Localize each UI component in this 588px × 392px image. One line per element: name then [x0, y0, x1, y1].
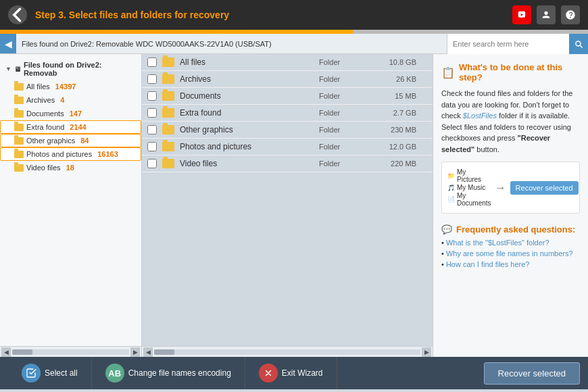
file-checkbox[interactable]	[147, 57, 157, 67]
file-size: 220 MB	[373, 160, 427, 168]
youtube-icon[interactable]	[512, 5, 531, 24]
encoding-button[interactable]: AB Change file names encoding	[92, 357, 245, 389]
right-panel: 📋 What's to be done at this step? Check …	[433, 54, 588, 357]
folder-icon	[162, 91, 174, 101]
sidebar-item-archives[interactable]: Archives 4	[0, 93, 141, 107]
file-size: 2.7 GB	[373, 109, 427, 117]
table-row: Archives Folder 26 KB	[142, 71, 433, 88]
folder-icon	[162, 57, 174, 67]
sidebar-item-count: 14397	[55, 82, 76, 91]
panel-text-2: folder if it is available. Select files …	[441, 112, 571, 142]
demo-file-2: 🎵 My Music	[447, 184, 491, 191]
exit-label: Exit Wizard	[282, 368, 323, 378]
tree-root-label: Files found on Drive2: Removab	[24, 61, 136, 77]
file-name: Video files	[180, 159, 319, 168]
file-checkbox[interactable]	[147, 125, 157, 134]
select-all-button[interactable]: Select all	[8, 357, 92, 389]
tree-root[interactable]: ▼ 🖥 Files found on Drive2: Removab	[0, 58, 141, 80]
file-size: 10.8 GB	[373, 58, 427, 66]
file-size: 12.0 GB	[373, 143, 427, 151]
faq-item[interactable]: What is the "$LostFiles" folder?	[441, 239, 580, 247]
faq-section: 💬 Frequently asked questions: What is th…	[441, 224, 580, 268]
back-button[interactable]	[8, 5, 27, 24]
sidebar-item-count: 4	[60, 96, 64, 104]
sidebar-scroll: ▼ 🖥 Files found on Drive2: Removab All f…	[0, 54, 141, 346]
sidebar-item-photos-pictures[interactable]: Photos and pictures 16163	[0, 147, 141, 161]
sidebar-item-label: Documents	[26, 109, 64, 118]
exit-icon	[259, 364, 278, 383]
sidebar-item-documents[interactable]: Documents 147	[0, 107, 141, 120]
faq-title: 💬 Frequently asked questions:	[441, 224, 580, 235]
folder-icon	[14, 151, 24, 158]
scroll-right[interactable]: ▶	[130, 347, 140, 357]
file-checkbox[interactable]	[147, 142, 157, 151]
demo-file-1: 📁 My Pictures	[447, 168, 491, 183]
scroll-track	[12, 349, 129, 355]
file-size: 26 KB	[373, 75, 427, 83]
table-row: Photos and pictures Folder 12.0 GB	[142, 139, 433, 155]
demo-arrow-icon: →	[495, 182, 506, 194]
header-title: Step 3. Select files and folders for rec…	[35, 9, 504, 20]
file-type: Folder	[319, 160, 373, 168]
hscroll-left[interactable]: ◀	[143, 347, 153, 357]
file-checkbox[interactable]	[147, 108, 157, 118]
hscroll-track	[154, 349, 420, 355]
folder-icon	[14, 83, 24, 91]
file-checkbox[interactable]	[147, 74, 157, 84]
file-name: Archives	[180, 74, 319, 84]
sidebar: ▼ 🖥 Files found on Drive2: Removab All f…	[0, 54, 142, 357]
sidebar-item-other-graphics[interactable]: Other graphics 84	[0, 134, 141, 147]
table-row: Video files Folder 220 MB	[142, 155, 433, 172]
search-button[interactable]	[569, 34, 588, 54]
sidebar-item-label: Video files	[26, 164, 61, 172]
path-text: Files found on Drive2: Removable WDC WD5…	[16, 40, 447, 48]
sidebar-item-video-files[interactable]: Video files 18	[0, 161, 141, 174]
sidebar-item-count: 147	[70, 109, 82, 118]
file-checkbox[interactable]	[147, 91, 157, 101]
encoding-icon: AB	[105, 364, 124, 383]
file-type: Folder	[319, 126, 373, 134]
faq-item[interactable]: How can I find files here?	[441, 260, 580, 268]
file-name: Photos and pictures	[180, 142, 319, 151]
path-back-button[interactable]: ◀	[0, 34, 16, 53]
scroll-left[interactable]: ◀	[1, 347, 11, 357]
sidebar-scrollbar: ◀ ▶	[0, 346, 141, 357]
step-label: Step 3.	[35, 9, 66, 20]
file-type: Folder	[319, 75, 373, 83]
folder-icon	[162, 142, 174, 151]
header-icons	[512, 5, 580, 24]
search-input[interactable]	[447, 34, 569, 54]
file-checkbox[interactable]	[147, 159, 157, 168]
bottom-bar: Select all AB Change file names encoding…	[0, 357, 588, 389]
exit-button[interactable]: Exit Wizard	[245, 357, 337, 389]
folder-icon	[162, 74, 174, 84]
demo-recover-button[interactable]: Recover selected	[510, 181, 579, 195]
lost-files-label: $LostFiles	[463, 112, 497, 120]
folder-icon	[14, 137, 24, 145]
panel-header: 📋 What's to be done at this step?	[441, 62, 580, 82]
panel-header-icon: 📋	[441, 66, 455, 79]
sidebar-item-all-files[interactable]: All files 14397	[0, 80, 141, 93]
recover-selected-button[interactable]: Recover selected	[484, 362, 580, 385]
hscroll-thumb	[154, 349, 174, 355]
file-type: Folder	[319, 58, 373, 66]
table-row: Other graphics Folder 230 MB	[142, 122, 433, 139]
select-all-icon	[22, 364, 41, 383]
file-type: Folder	[319, 92, 373, 100]
sidebar-tree: ▼ 🖥 Files found on Drive2: Removab All f…	[0, 54, 141, 178]
help-icon[interactable]	[561, 5, 580, 24]
sidebar-item-count: 18	[66, 164, 74, 172]
step-title: Select files and folders for recovery	[69, 9, 229, 20]
faq-title-text: Frequently asked questions:	[456, 224, 575, 235]
search-box	[447, 34, 588, 54]
panel-title: What's to be done at this step?	[459, 62, 580, 82]
sidebar-item-extra-found[interactable]: Extra found 2144	[0, 120, 141, 134]
path-bar: ◀ Files found on Drive2: Removable WDC W…	[0, 34, 588, 54]
user-icon[interactable]	[537, 5, 556, 24]
faq-item[interactable]: Why are some file names in numbers?	[441, 249, 580, 258]
file-size: 230 MB	[373, 126, 427, 134]
sidebar-items: All files 14397 Archives 4 Documents 147…	[0, 80, 141, 174]
hscroll-right[interactable]: ▶	[422, 347, 431, 357]
table-row: Extra found Folder 2.7 GB	[142, 105, 433, 122]
folder-icon	[162, 125, 174, 134]
